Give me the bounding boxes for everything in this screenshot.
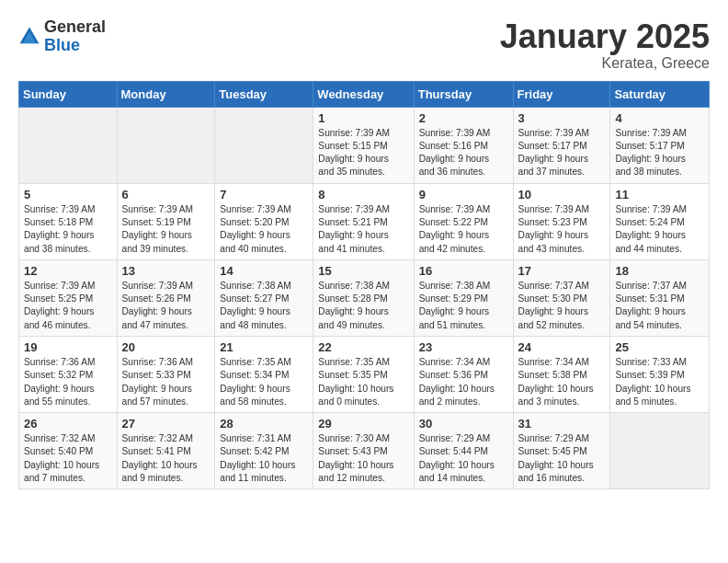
day-number: 24 (518, 340, 606, 354)
cell-content: Sunrise: 7:37 AM Sunset: 5:30 PM Dayligh… (518, 280, 606, 332)
title-block: January 2025 Keratea, Greece (500, 18, 710, 72)
day-number: 12 (24, 264, 112, 278)
cell-content: Sunrise: 7:39 AM Sunset: 5:18 PM Dayligh… (24, 203, 112, 256)
calendar-cell: 17Sunrise: 7:37 AM Sunset: 5:30 PM Dayli… (513, 259, 610, 336)
day-number: 7 (220, 188, 308, 201)
logo-icon (18, 26, 40, 48)
week-row-4: 19Sunrise: 7:36 AM Sunset: 5:32 PM Dayli… (19, 336, 710, 412)
day-number: 3 (518, 111, 606, 125)
week-row-5: 26Sunrise: 7:32 AM Sunset: 5:40 PM Dayli… (19, 413, 710, 489)
cell-content: Sunrise: 7:33 AM Sunset: 5:39 PM Dayligh… (615, 356, 704, 408)
day-number: 9 (419, 188, 508, 201)
calendar-cell: 15Sunrise: 7:38 AM Sunset: 5:28 PM Dayli… (313, 259, 414, 336)
calendar-cell: 27Sunrise: 7:32 AM Sunset: 5:41 PM Dayli… (117, 413, 215, 489)
day-number: 25 (615, 340, 704, 354)
calendar-body: 1Sunrise: 7:39 AM Sunset: 5:15 PM Daylig… (19, 107, 710, 489)
day-number: 6 (122, 188, 210, 201)
cell-content: Sunrise: 7:39 AM Sunset: 5:17 PM Dayligh… (615, 127, 704, 179)
calendar-cell: 18Sunrise: 7:37 AM Sunset: 5:31 PM Dayli… (610, 259, 710, 336)
header-cell-monday: Monday (117, 81, 215, 107)
header-cell-tuesday: Tuesday (215, 81, 313, 107)
calendar-subtitle: Keratea, Greece (500, 55, 710, 72)
day-number: 4 (615, 111, 704, 125)
cell-content: Sunrise: 7:39 AM Sunset: 5:26 PM Dayligh… (122, 280, 210, 332)
calendar-cell (117, 107, 215, 183)
day-number: 28 (220, 417, 308, 431)
week-row-1: 1Sunrise: 7:39 AM Sunset: 5:15 PM Daylig… (19, 107, 710, 183)
header-cell-friday: Friday (513, 81, 610, 107)
calendar-cell (19, 107, 118, 183)
header-cell-thursday: Thursday (414, 81, 513, 107)
day-number: 16 (419, 264, 508, 278)
calendar-cell: 12Sunrise: 7:39 AM Sunset: 5:25 PM Dayli… (19, 259, 118, 336)
day-number: 8 (318, 188, 408, 201)
calendar-cell: 28Sunrise: 7:31 AM Sunset: 5:42 PM Dayli… (215, 413, 313, 489)
calendar-cell: 25Sunrise: 7:33 AM Sunset: 5:39 PM Dayli… (610, 336, 710, 412)
day-number: 31 (518, 417, 606, 431)
day-number: 13 (122, 264, 210, 278)
day-number: 14 (220, 264, 308, 278)
calendar-cell: 8Sunrise: 7:39 AM Sunset: 5:21 PM Daylig… (313, 183, 414, 259)
calendar-cell: 16Sunrise: 7:38 AM Sunset: 5:29 PM Dayli… (414, 259, 513, 336)
day-number: 19 (24, 340, 112, 354)
header-row: SundayMondayTuesdayWednesdayThursdayFrid… (19, 81, 710, 107)
cell-content: Sunrise: 7:38 AM Sunset: 5:27 PM Dayligh… (220, 280, 308, 332)
calendar-cell: 2Sunrise: 7:39 AM Sunset: 5:16 PM Daylig… (414, 107, 513, 183)
calendar-cell: 31Sunrise: 7:29 AM Sunset: 5:45 PM Dayli… (513, 413, 610, 489)
calendar-cell: 23Sunrise: 7:34 AM Sunset: 5:36 PM Dayli… (414, 336, 513, 412)
cell-content: Sunrise: 7:38 AM Sunset: 5:29 PM Dayligh… (419, 280, 508, 332)
week-row-3: 12Sunrise: 7:39 AM Sunset: 5:25 PM Dayli… (19, 259, 710, 336)
cell-content: Sunrise: 7:38 AM Sunset: 5:28 PM Dayligh… (318, 280, 408, 332)
calendar-cell (610, 413, 710, 489)
calendar-cell: 21Sunrise: 7:35 AM Sunset: 5:34 PM Dayli… (215, 336, 313, 412)
week-row-2: 5Sunrise: 7:39 AM Sunset: 5:18 PM Daylig… (19, 183, 710, 259)
cell-content: Sunrise: 7:39 AM Sunset: 5:17 PM Dayligh… (518, 127, 606, 179)
calendar-cell: 4Sunrise: 7:39 AM Sunset: 5:17 PM Daylig… (610, 107, 710, 183)
cell-content: Sunrise: 7:29 AM Sunset: 5:44 PM Dayligh… (419, 432, 508, 485)
cell-content: Sunrise: 7:32 AM Sunset: 5:41 PM Dayligh… (122, 432, 210, 485)
cell-content: Sunrise: 7:39 AM Sunset: 5:24 PM Dayligh… (615, 203, 704, 256)
cell-content: Sunrise: 7:31 AM Sunset: 5:42 PM Dayligh… (220, 432, 308, 485)
cell-content: Sunrise: 7:39 AM Sunset: 5:21 PM Dayligh… (318, 203, 408, 256)
cell-content: Sunrise: 7:37 AM Sunset: 5:31 PM Dayligh… (615, 280, 704, 332)
day-number: 1 (318, 111, 408, 125)
calendar-cell: 1Sunrise: 7:39 AM Sunset: 5:15 PM Daylig… (313, 107, 414, 183)
day-number: 23 (419, 340, 508, 354)
logo-general: General (44, 18, 106, 37)
day-number: 2 (419, 111, 508, 125)
day-number: 30 (419, 417, 508, 431)
day-number: 15 (318, 264, 408, 278)
calendar-title: January 2025 (500, 18, 710, 55)
calendar-cell: 20Sunrise: 7:36 AM Sunset: 5:33 PM Dayli… (117, 336, 215, 412)
header-cell-wednesday: Wednesday (313, 81, 414, 107)
calendar-table: SundayMondayTuesdayWednesdayThursdayFrid… (18, 81, 710, 490)
cell-content: Sunrise: 7:39 AM Sunset: 5:19 PM Dayligh… (122, 203, 210, 256)
cell-content: Sunrise: 7:30 AM Sunset: 5:43 PM Dayligh… (318, 432, 408, 485)
cell-content: Sunrise: 7:39 AM Sunset: 5:25 PM Dayligh… (24, 280, 112, 332)
day-number: 26 (24, 417, 112, 431)
calendar-cell: 19Sunrise: 7:36 AM Sunset: 5:32 PM Dayli… (19, 336, 118, 412)
day-number: 20 (122, 340, 210, 354)
cell-content: Sunrise: 7:34 AM Sunset: 5:38 PM Dayligh… (518, 356, 606, 408)
day-number: 29 (318, 417, 408, 431)
cell-content: Sunrise: 7:39 AM Sunset: 5:16 PM Dayligh… (419, 127, 508, 179)
calendar-cell: 3Sunrise: 7:39 AM Sunset: 5:17 PM Daylig… (513, 107, 610, 183)
day-number: 5 (24, 188, 112, 201)
cell-content: Sunrise: 7:35 AM Sunset: 5:34 PM Dayligh… (220, 356, 308, 408)
logo: General Blue (18, 18, 106, 55)
day-number: 10 (518, 188, 606, 201)
calendar-cell: 24Sunrise: 7:34 AM Sunset: 5:38 PM Dayli… (513, 336, 610, 412)
calendar-cell: 10Sunrise: 7:39 AM Sunset: 5:23 PM Dayli… (513, 183, 610, 259)
day-number: 17 (518, 264, 606, 278)
cell-content: Sunrise: 7:34 AM Sunset: 5:36 PM Dayligh… (419, 356, 508, 408)
logo-blue: Blue (44, 37, 106, 55)
logo-text: General Blue (44, 18, 106, 55)
cell-content: Sunrise: 7:29 AM Sunset: 5:45 PM Dayligh… (518, 432, 606, 485)
day-number: 27 (122, 417, 210, 431)
calendar-cell: 14Sunrise: 7:38 AM Sunset: 5:27 PM Dayli… (215, 259, 313, 336)
cell-content: Sunrise: 7:36 AM Sunset: 5:32 PM Dayligh… (24, 356, 112, 408)
cell-content: Sunrise: 7:35 AM Sunset: 5:35 PM Dayligh… (318, 356, 408, 408)
header-cell-sunday: Sunday (19, 81, 118, 107)
day-number: 21 (220, 340, 308, 354)
calendar-cell: 6Sunrise: 7:39 AM Sunset: 5:19 PM Daylig… (117, 183, 215, 259)
